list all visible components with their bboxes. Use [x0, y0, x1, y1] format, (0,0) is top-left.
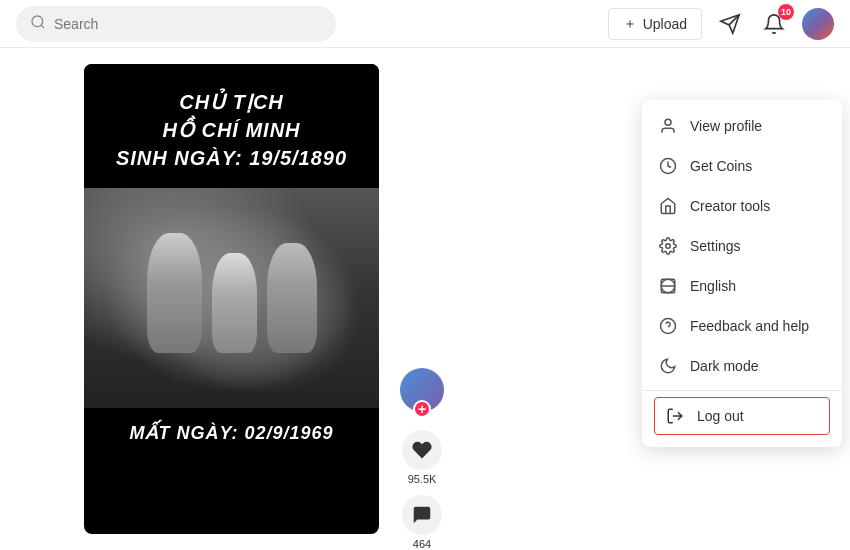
search-icon	[30, 14, 46, 34]
header-actions: ＋ Upload 10	[608, 8, 834, 40]
menu-creator-tools[interactable]: Creator tools	[642, 186, 842, 226]
coins-icon	[658, 156, 678, 176]
dropdown-menu: View profile Get Coins Creator tools	[642, 100, 842, 447]
logout-icon	[665, 406, 685, 426]
header: ＋ Upload 10	[0, 0, 850, 48]
menu-view-profile[interactable]: View profile	[642, 106, 842, 146]
upload-button[interactable]: ＋ Upload	[608, 8, 702, 40]
menu-logout-label: Log out	[697, 408, 744, 424]
menu-feedback[interactable]: Feedback and help	[642, 306, 842, 346]
user-avatar[interactable]	[802, 8, 834, 40]
send-button[interactable]	[714, 8, 746, 40]
video-bottom: MẤT NGÀY: 02/9/1969	[84, 408, 379, 458]
search-input[interactable]	[54, 16, 322, 32]
creator-avatar[interactable]: +	[400, 368, 444, 412]
menu-logout[interactable]: Log out	[654, 397, 830, 435]
menu-english[interactable]: English	[642, 266, 842, 306]
menu-get-coins-label: Get Coins	[690, 158, 752, 174]
menu-divider	[642, 390, 842, 391]
notification-badge: 10	[778, 4, 794, 20]
settings-icon	[658, 236, 678, 256]
like-action: 95.5K	[402, 430, 442, 485]
menu-feedback-label: Feedback and help	[690, 318, 809, 334]
like-count: 95.5K	[408, 473, 437, 485]
menu-settings-label: Settings	[690, 238, 741, 254]
language-icon	[658, 276, 678, 296]
creator-tools-icon	[658, 196, 678, 216]
svg-line-1	[41, 25, 44, 28]
video-card: CHỦ TỊCH HỒ CHÍ MINH SINH NGÀY: 19/5/189…	[84, 64, 379, 534]
video-top: CHỦ TỊCH HỒ CHÍ MINH SINH NGÀY: 19/5/189…	[84, 64, 379, 188]
figure-2	[212, 253, 257, 353]
comment-action: 464	[402, 495, 442, 550]
menu-view-profile-label: View profile	[690, 118, 762, 134]
figure-3	[267, 243, 317, 353]
upload-label: Upload	[643, 16, 687, 32]
like-button[interactable]	[402, 430, 442, 470]
comment-count: 464	[413, 538, 431, 550]
svg-point-6	[666, 244, 671, 249]
svg-point-0	[32, 16, 43, 27]
menu-dark-mode-label: Dark mode	[690, 358, 758, 374]
menu-english-label: English	[690, 278, 736, 294]
notifications-button[interactable]: 10	[758, 8, 790, 40]
comment-button[interactable]	[402, 495, 442, 535]
follow-plus-icon: +	[413, 400, 431, 418]
video-bottom-text: MẤT NGÀY: 02/9/1969	[100, 422, 363, 444]
menu-creator-tools-label: Creator tools	[690, 198, 770, 214]
video-title: CHỦ TỊCH HỒ CHÍ MINH SINH NGÀY: 19/5/189…	[100, 88, 363, 172]
feedback-icon	[658, 316, 678, 336]
profile-icon	[658, 116, 678, 136]
menu-dark-mode[interactable]: Dark mode	[642, 346, 842, 386]
video-thumbnail	[84, 188, 379, 408]
menu-settings[interactable]: Settings	[642, 226, 842, 266]
figure-1	[147, 233, 202, 353]
side-actions: + 95.5K 464	[400, 368, 444, 550]
menu-get-coins[interactable]: Get Coins	[642, 146, 842, 186]
svg-point-4	[665, 119, 671, 125]
search-bar[interactable]	[16, 6, 336, 42]
dark-mode-icon	[658, 356, 678, 376]
photo-content	[84, 188, 379, 408]
photo-figures	[147, 233, 317, 363]
plus-icon: ＋	[623, 15, 637, 33]
main-content: CHỦ TỊCH HỒ CHÍ MINH SINH NGÀY: 19/5/189…	[0, 48, 850, 550]
video-area: CHỦ TỊCH HỒ CHÍ MINH SINH NGÀY: 19/5/189…	[0, 48, 379, 550]
